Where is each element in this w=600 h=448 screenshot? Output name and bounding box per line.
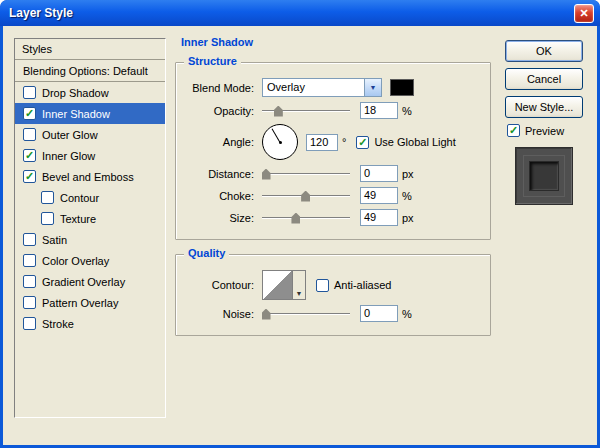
angle-dial[interactable] xyxy=(262,124,298,160)
size-slider[interactable] xyxy=(262,211,350,225)
stroke-checkbox[interactable] xyxy=(23,317,36,330)
opacity-row: Opacity: 18 % xyxy=(184,102,482,119)
slider-track xyxy=(262,173,350,175)
pattern-overlay-checkbox[interactable] xyxy=(23,296,36,309)
inner-shadow-checkbox[interactable]: ✓ xyxy=(23,107,36,120)
contour-picker[interactable]: ▼ xyxy=(262,270,306,300)
texture-checkbox[interactable] xyxy=(41,212,54,225)
slider-thumb[interactable] xyxy=(301,191,310,202)
layer-style-dialog: Layer Style ✕ Styles Blending Options: D… xyxy=(0,0,600,448)
use-global-light-checkbox[interactable]: ✓ xyxy=(356,136,369,149)
contour-checkbox[interactable] xyxy=(41,191,54,204)
preview-row: ✓ Preview xyxy=(507,124,587,137)
choke-row: Choke: 49 % xyxy=(184,187,482,204)
inner-shadow-panel: Inner Shadow Structure Blend Mode: Overl… xyxy=(175,36,491,336)
sidebar-item-label: Bevel and Emboss xyxy=(42,171,134,183)
distance-unit: px xyxy=(402,168,414,180)
quality-group: Quality Contour: ▼ Anti-aliased Noise: xyxy=(175,254,491,336)
new-style-button[interactable]: New Style... xyxy=(505,96,583,118)
sidebar-item-label: Outer Glow xyxy=(42,129,98,141)
slider-track xyxy=(262,313,350,315)
sidebar-item-satin[interactable]: Satin xyxy=(15,229,165,250)
sidebar-item-label: Satin xyxy=(42,234,67,246)
cancel-button[interactable]: Cancel xyxy=(505,68,583,90)
sidebar-item-gradient-overlay[interactable]: Gradient Overlay xyxy=(15,271,165,292)
angle-label: Angle: xyxy=(184,136,254,148)
sidebar-item-label: Color Overlay xyxy=(42,255,109,267)
sidebar-item-stroke[interactable]: Stroke xyxy=(15,313,165,334)
contour-row: Contour: ▼ Anti-aliased xyxy=(184,270,482,300)
slider-track xyxy=(262,217,350,219)
action-column: OK Cancel New Style... ✓ Preview xyxy=(505,40,587,205)
gradient-overlay-checkbox[interactable] xyxy=(23,275,36,288)
blend-mode-label: Blend Mode: xyxy=(184,82,254,94)
size-unit: px xyxy=(402,212,414,224)
size-row: Size: 49 px xyxy=(184,209,482,226)
style-preview-thumbnail xyxy=(515,147,573,205)
outer-glow-checkbox[interactable] xyxy=(23,128,36,141)
drop-shadow-checkbox[interactable] xyxy=(23,86,36,99)
noise-input[interactable]: 0 xyxy=(360,305,398,322)
structure-group-title: Structure xyxy=(184,55,241,67)
anti-aliased-checkbox[interactable] xyxy=(316,279,329,292)
sidebar-item-label: Blending Options: Default xyxy=(23,65,148,77)
anti-aliased-row: Anti-aliased xyxy=(316,279,391,292)
styles-list: Styles Blending Options: Default Drop Sh… xyxy=(14,38,166,418)
inner-glow-checkbox[interactable]: ✓ xyxy=(23,149,36,162)
angle-row: Angle: 120 ° ✓ Use Global Light xyxy=(184,124,482,160)
color-overlay-checkbox[interactable] xyxy=(23,254,36,267)
sidebar-item-label: Stroke xyxy=(42,318,74,330)
sidebar-item-inner-shadow[interactable]: ✓ Inner Shadow xyxy=(15,103,165,124)
sidebar-item-label: Inner Shadow xyxy=(42,108,110,120)
satin-checkbox[interactable] xyxy=(23,233,36,246)
size-input[interactable]: 49 xyxy=(360,209,398,226)
use-global-light-label: Use Global Light xyxy=(374,136,455,148)
opacity-input[interactable]: 18 xyxy=(360,102,398,119)
preview-checkbox[interactable]: ✓ xyxy=(507,124,520,137)
choke-input[interactable]: 49 xyxy=(360,187,398,204)
opacity-label: Opacity: xyxy=(184,105,254,117)
bevel-and-emboss-checkbox[interactable]: ✓ xyxy=(23,170,36,183)
window-title: Layer Style xyxy=(9,6,574,20)
sidebar-item-contour[interactable]: Contour xyxy=(15,187,165,208)
slider-thumb[interactable] xyxy=(274,106,283,117)
noise-label: Noise: xyxy=(184,308,254,320)
choke-slider[interactable] xyxy=(262,189,350,203)
shadow-color-swatch[interactable] xyxy=(390,79,414,96)
distance-slider[interactable] xyxy=(262,167,350,181)
quality-group-title: Quality xyxy=(184,247,229,259)
titlebar[interactable]: Layer Style ✕ xyxy=(0,0,600,26)
structure-group: Structure Blend Mode: Overlay ▼ Opacity: xyxy=(175,62,491,240)
contour-thumbnail[interactable] xyxy=(263,271,293,299)
sidebar-item-label: Pattern Overlay xyxy=(42,297,118,309)
sidebar-item-drop-shadow[interactable]: Drop Shadow xyxy=(15,82,165,103)
slider-thumb[interactable] xyxy=(262,309,271,320)
contour-label: Contour: xyxy=(184,279,254,291)
sidebar-item-label: Gradient Overlay xyxy=(42,276,125,288)
distance-label: Distance: xyxy=(184,168,254,180)
sidebar-item-inner-glow[interactable]: ✓ Inner Glow xyxy=(15,145,165,166)
angle-input[interactable]: 120 xyxy=(306,134,338,151)
close-button[interactable]: ✕ xyxy=(574,4,594,23)
sidebar-item-color-overlay[interactable]: Color Overlay xyxy=(15,250,165,271)
sidebar-item-pattern-overlay[interactable]: Pattern Overlay xyxy=(15,292,165,313)
noise-slider[interactable] xyxy=(262,307,350,321)
sidebar-item-label: Contour xyxy=(60,192,99,204)
chevron-down-icon[interactable]: ▼ xyxy=(364,79,381,96)
opacity-slider[interactable] xyxy=(262,104,350,118)
size-label: Size: xyxy=(184,212,254,224)
chevron-down-icon[interactable]: ▼ xyxy=(293,271,305,299)
slider-thumb[interactable] xyxy=(262,169,271,180)
sidebar-item-texture[interactable]: Texture xyxy=(15,208,165,229)
sidebar-item-outer-glow[interactable]: Outer Glow xyxy=(15,124,165,145)
sidebar-item-bevel-and-emboss[interactable]: ✓ Bevel and Emboss xyxy=(15,166,165,187)
preview-inner-square xyxy=(529,161,559,191)
sidebar-item-label: Texture xyxy=(60,213,96,225)
sidebar-item-blending-options[interactable]: Blending Options: Default xyxy=(15,60,165,82)
use-global-light-row: ✓ Use Global Light xyxy=(356,136,455,149)
distance-input[interactable]: 0 xyxy=(360,165,398,182)
blend-mode-select[interactable]: Overlay ▼ xyxy=(262,78,382,97)
slider-thumb[interactable] xyxy=(291,213,300,224)
angle-unit: ° xyxy=(342,136,346,148)
ok-button[interactable]: OK xyxy=(505,40,583,62)
